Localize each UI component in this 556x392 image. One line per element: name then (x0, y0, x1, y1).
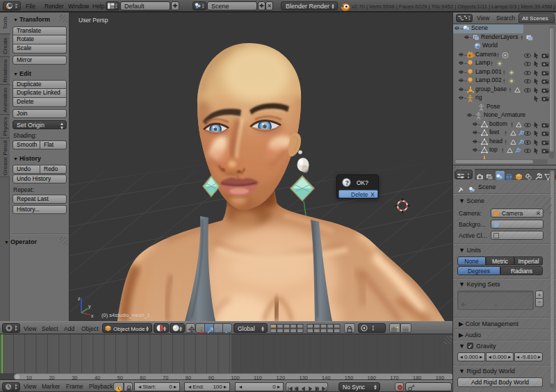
svg-text:z: z (78, 296, 81, 301)
svg-text:User Persp: User Persp (79, 17, 108, 24)
svg-text:y: y (88, 304, 91, 309)
svg-text:x: x (91, 313, 94, 318)
svg-text:(0) s4studio_mesh_1: (0) s4studio_mesh_1 (101, 312, 150, 318)
